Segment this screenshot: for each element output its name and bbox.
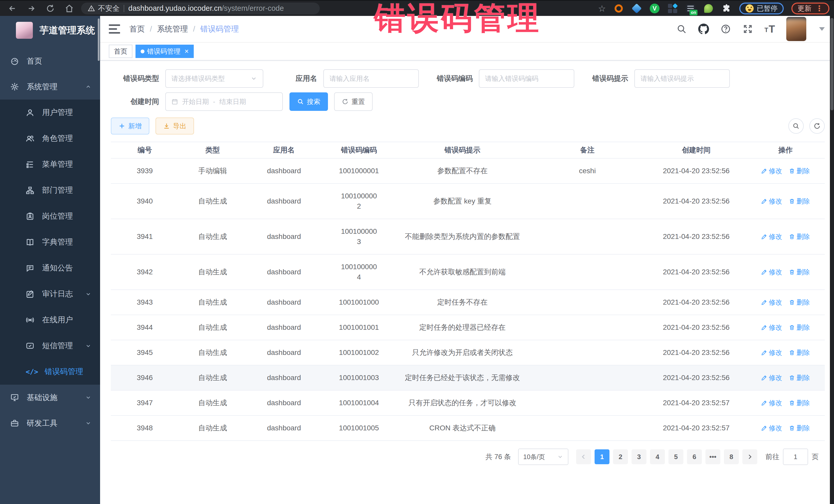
edit-link[interactable]: 修改 (761, 398, 782, 408)
edit-link[interactable]: 修改 (761, 232, 782, 242)
sidebar-item-dev-tools[interactable]: 研发工具 (0, 410, 100, 436)
edit-link[interactable]: 修改 (761, 322, 782, 333)
app-name-input[interactable] (329, 75, 413, 83)
error-hint-input[interactable] (640, 75, 724, 83)
delete-link[interactable]: 删除 (789, 196, 810, 206)
sidebar-item-users[interactable]: 用户管理 (0, 100, 100, 126)
table-row[interactable]: 3948 自动生成 dashboard 1001001005 CRON 表达式不… (111, 416, 825, 441)
table-row[interactable]: 3947 自动生成 dashboard 1001001004 只有开启状态的任务… (111, 391, 825, 416)
table-row[interactable]: 3941 自动生成 dashboard 100100000 3 不能删除类型为系… (111, 219, 825, 255)
url-bar[interactable]: 不安全 dashboard.yudao.iocoder.cn/system/er… (81, 3, 320, 14)
table-row[interactable]: 3942 自动生成 dashboard 100100000 4 不允许获取敏感配… (111, 255, 825, 290)
extension-grid-icon[interactable] (667, 3, 678, 14)
avatar-caret-icon[interactable] (819, 27, 825, 31)
sidebar-item-sms[interactable]: 短信管理 (0, 333, 100, 359)
delete-link[interactable]: 删除 (789, 166, 810, 176)
breadcrumb-home[interactable]: 首页 (129, 24, 145, 35)
delete-link[interactable]: 删除 (789, 398, 810, 408)
sidebar-item-audit-log[interactable]: 审计日志 (0, 281, 100, 307)
github-icon[interactable] (698, 24, 709, 35)
extension-green-sprout-icon[interactable] (703, 3, 714, 14)
page-button[interactable]: 1 (595, 450, 610, 464)
reset-button[interactable]: 重置 (334, 92, 373, 111)
error-type-select[interactable]: 请选择错误码类型 (165, 69, 263, 88)
edit-link[interactable]: 修改 (761, 348, 782, 358)
profile-paused-chip[interactable]: 已暂停 (739, 3, 784, 14)
page-button[interactable]: ••• (705, 450, 720, 464)
scrollbar-thumb[interactable] (830, 18, 833, 110)
goto-page-input[interactable] (783, 448, 808, 465)
bookmark-star-icon[interactable]: ☆ (598, 3, 606, 14)
delete-link[interactable]: 删除 (789, 322, 810, 333)
browser-back-icon[interactable] (7, 3, 18, 14)
sidebar-scrollbar[interactable] (98, 19, 100, 61)
page-button[interactable]: 4 (650, 450, 665, 464)
page-button[interactable]: 2 (613, 450, 628, 464)
breadcrumb-system[interactable]: 系统管理 (157, 24, 188, 35)
edit-link[interactable]: 修改 (761, 267, 782, 277)
delete-link[interactable]: 删除 (789, 348, 810, 358)
table-row[interactable]: 3944 自动生成 dashboard 1001001001 定时任务的处理器已… (111, 315, 825, 340)
sidebar-item-error-code[interactable]: </> 错误码管理 (0, 359, 100, 385)
table-row[interactable]: 3943 自动生成 dashboard 1001001000 定时任务不存在 2… (111, 290, 825, 315)
hamburger-icon[interactable] (109, 24, 120, 34)
sidebar-item-infrastructure[interactable]: 基础设施 (0, 385, 100, 410)
sidebar-item-roles[interactable]: 角色管理 (0, 126, 100, 151)
tag-home[interactable]: 首页 (109, 45, 132, 58)
next-page-button[interactable] (742, 450, 757, 464)
extension-orange-ring-icon[interactable] (614, 3, 624, 14)
sidebar-item-notices[interactable]: 通知公告 (0, 255, 100, 281)
extension-list-on-icon[interactable]: on (685, 3, 696, 14)
browser-menu-icon[interactable]: ⋮ (815, 4, 823, 13)
delete-link[interactable]: 删除 (789, 297, 810, 307)
delete-link[interactable]: 删除 (789, 423, 810, 433)
page-scrollbar[interactable] (830, 16, 834, 504)
page-button[interactable]: 6 (687, 450, 702, 464)
extensions-puzzle-icon[interactable] (721, 3, 731, 14)
sidebar-item-departments[interactable]: 部门管理 (0, 177, 100, 203)
date-range-picker[interactable]: 开始日期 - 结束日期 (165, 92, 283, 111)
tag-close-icon[interactable]: × (184, 48, 189, 55)
edit-link[interactable]: 修改 (761, 297, 782, 307)
sidebar-item-online-users[interactable]: 在线用户 (0, 307, 100, 333)
table-row[interactable]: 3946 自动生成 dashboard 1001001003 定时任务已经处于该… (111, 366, 825, 391)
delete-link[interactable]: 删除 (789, 267, 810, 277)
page-button[interactable]: 3 (632, 450, 646, 464)
page-button[interactable]: 5 (668, 450, 683, 464)
browser-forward-icon[interactable] (26, 3, 37, 14)
export-button[interactable]: 导出 (155, 117, 194, 134)
extension-green-v-icon[interactable]: V (650, 3, 660, 14)
edit-link[interactable]: 修改 (761, 423, 782, 433)
font-size-icon[interactable]: TT (765, 24, 775, 34)
table-row[interactable]: 3940 自动生成 dashboard 100100000 2 参数配置 key… (111, 184, 825, 219)
user-avatar[interactable] (786, 17, 806, 41)
delete-link[interactable]: 删除 (789, 232, 810, 242)
page-size-select[interactable]: 10条/页 (518, 448, 568, 465)
sidebar-item-home[interactable]: 首页 (0, 48, 100, 74)
help-icon[interactable] (720, 24, 731, 35)
toggle-search-button[interactable] (788, 118, 804, 134)
tag-error-code[interactable]: 错误码管理 × (135, 45, 194, 58)
edit-link[interactable]: 修改 (761, 373, 782, 383)
sidebar-item-dictionary[interactable]: 字典管理 (0, 229, 100, 255)
sidebar-item-menus[interactable]: 菜单管理 (0, 151, 100, 177)
delete-link[interactable]: 删除 (789, 373, 810, 383)
sidebar-item-posts[interactable]: 岗位管理 (0, 203, 100, 229)
add-button[interactable]: 新增 (111, 117, 149, 134)
error-code-input[interactable] (485, 75, 568, 83)
app-logo-row[interactable]: 芋道管理系统 (0, 16, 100, 45)
table-row[interactable]: 3939 手动编辑 dashboard 1001000001 参数配置不存在 c… (111, 159, 825, 184)
table-row[interactable]: 3945 自动生成 dashboard 1001001002 只允许修改为开启或… (111, 340, 825, 366)
search-button[interactable]: 搜索 (289, 92, 328, 111)
prev-page-button[interactable] (576, 450, 591, 464)
browser-update-button[interactable]: 更新⋮ (791, 3, 829, 14)
edit-link[interactable]: 修改 (761, 196, 782, 206)
refresh-table-button[interactable] (809, 118, 825, 134)
browser-reload-icon[interactable] (45, 3, 56, 14)
browser-home-icon[interactable] (64, 3, 74, 14)
extension-blue-gem-icon[interactable] (632, 3, 642, 14)
page-button[interactable]: 8 (724, 450, 739, 464)
search-icon[interactable] (676, 24, 687, 35)
edit-link[interactable]: 修改 (761, 166, 782, 176)
sidebar-item-system[interactable]: 系统管理 (0, 74, 100, 100)
